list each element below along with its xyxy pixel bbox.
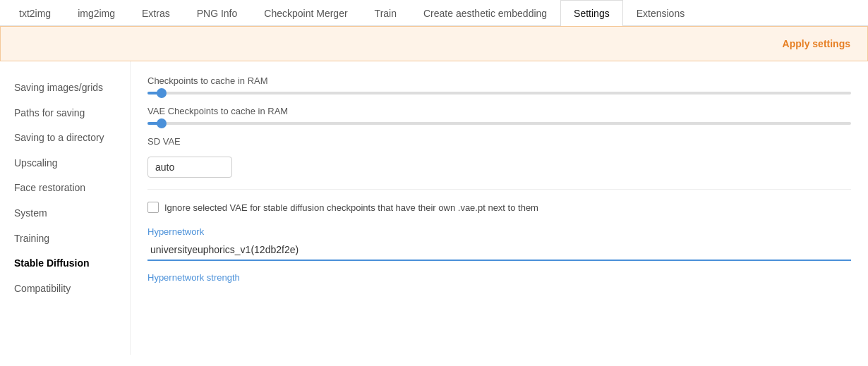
sidebar-item-system[interactable]: System (0, 201, 130, 226)
tab-png-info[interactable]: PNG Info (183, 0, 251, 26)
checkpoints-label: Checkpoints to cache in RAM (147, 75, 851, 86)
nav-tabs: txt2img img2img Extras PNG Info Checkpoi… (0, 0, 868, 26)
tab-create-aesthetic-embedding[interactable]: Create aesthetic embedding (410, 0, 560, 26)
vae-checkpoints-slider-container (147, 122, 851, 125)
tab-extras[interactable]: Extras (128, 0, 183, 26)
tab-img2img[interactable]: img2img (64, 0, 128, 26)
vae-checkpoints-slider-thumb[interactable] (157, 118, 167, 128)
sidebar-item-stable-diffusion[interactable]: Stable Diffusion (0, 251, 130, 276)
checkpoints-slider-thumb[interactable] (157, 88, 167, 98)
checkpoints-slider-container (147, 92, 851, 94)
sidebar: Saving images/grids Paths for saving Sav… (0, 61, 131, 355)
checkpoints-slider-track[interactable] (147, 92, 851, 94)
sidebar-item-compatibility[interactable]: Compatibility (0, 276, 130, 302)
ignore-vae-row: Ignore selected VAE for stable diffusion… (147, 201, 851, 215)
sidebar-item-face-restoration[interactable]: Face restoration (0, 176, 130, 201)
sd-vae-select[interactable]: auto (147, 157, 232, 178)
apply-settings-banner: Apply settings (0, 26, 868, 61)
ignore-vae-label: Ignore selected VAE for stable diffusion… (164, 201, 538, 215)
divider-1 (147, 189, 851, 190)
sidebar-item-training[interactable]: Training (0, 226, 130, 252)
apply-settings-button[interactable]: Apply settings (783, 38, 850, 49)
hypernetwork-strength-label: Hypernetwork strength (147, 272, 851, 283)
sidebar-item-paths-for-saving[interactable]: Paths for saving (0, 101, 130, 126)
main-layout: Saving images/grids Paths for saving Sav… (0, 61, 868, 355)
tab-txt2img[interactable]: txt2img (6, 0, 64, 26)
hypernetwork-label: Hypernetwork (147, 226, 851, 237)
sidebar-item-saving-to-directory[interactable]: Saving to a directory (0, 126, 130, 151)
sidebar-item-saving-images[interactable]: Saving images/grids (0, 75, 130, 101)
ignore-vae-checkbox[interactable] (147, 202, 159, 213)
hypernetwork-input[interactable] (147, 240, 851, 261)
tab-checkpoint-merger[interactable]: Checkpoint Merger (251, 0, 361, 26)
vae-checkpoints-slider-track[interactable] (147, 122, 851, 125)
sd-vae-label: SD VAE (147, 136, 851, 147)
content-area: Checkpoints to cache in RAM VAE Checkpoi… (131, 61, 868, 355)
tab-train[interactable]: Train (361, 0, 410, 26)
tab-extensions[interactable]: Extensions (623, 0, 698, 26)
tab-settings[interactable]: Settings (560, 0, 623, 26)
vae-checkpoints-label: VAE Checkpoints to cache in RAM (147, 106, 851, 116)
sidebar-item-upscaling[interactable]: Upscaling (0, 151, 130, 176)
